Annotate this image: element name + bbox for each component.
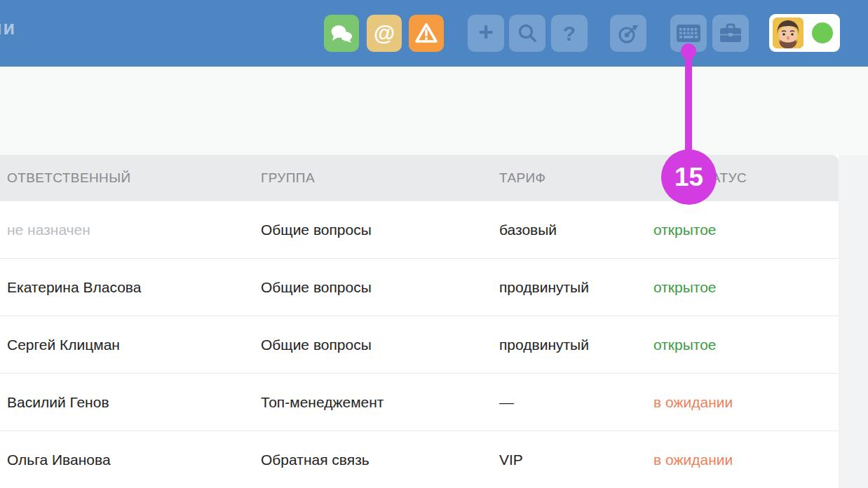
annotation-step-number: 15 (674, 163, 703, 192)
annotation-pointer-line (685, 43, 692, 161)
tariff-cell: продвинутый (499, 259, 589, 316)
annotation-step-badge[interactable]: 15 (661, 149, 717, 205)
group-cell: Обратная связь (261, 431, 369, 488)
at-icon: @ (374, 21, 395, 46)
create-ticket-button[interactable]: + (468, 15, 504, 52)
tariff-cell: продвинутый (499, 316, 589, 373)
status-cell: открытое (653, 259, 717, 316)
toolbar: сортировать по: времени последнего ответ… (0, 67, 868, 155)
assignee-cell: Ольга Иванова (7, 431, 111, 488)
help-button[interactable]: ? (551, 15, 588, 52)
online-status-dot (812, 22, 833, 43)
table-row[interactable]: Екатерина ВласоваОбщие вопросыпродвинуты… (0, 259, 839, 316)
column-header[interactable]: ТАРИФ (499, 155, 545, 201)
question-icon: ? (563, 22, 576, 46)
plus-icon: + (478, 18, 494, 47)
target-icon (617, 22, 639, 45)
apps-button[interactable] (712, 15, 749, 52)
group-cell: Общие вопросы (261, 259, 372, 316)
tariff-cell: — (499, 374, 514, 431)
chat-bubbles-icon (330, 24, 353, 43)
goals-button[interactable] (610, 15, 646, 52)
tariff-cell: базовый (499, 201, 557, 258)
user-menu[interactable] (769, 14, 840, 52)
table-row[interactable]: Василий ГеновТоп-менеджемент—в ожидании (0, 374, 839, 431)
keyboard-icon (676, 24, 701, 43)
table-body: не назначенОбщие вопросыбазовыйоткрытоеЕ… (0, 201, 839, 488)
column-header[interactable]: ГРУППА (261, 155, 315, 201)
topbar: ии @ + (0, 0, 868, 67)
table-row[interactable]: Ольга ИвановаОбратная связьVIPв ожидании (0, 431, 839, 488)
annotation-pointer-cap (681, 43, 696, 59)
page-title: ии (0, 18, 16, 39)
status-cell: в ожидании (653, 374, 733, 431)
group-cell: Топ-менеджемент (261, 374, 384, 431)
assignee-cell: Сергей Клицман (7, 316, 120, 373)
warning-triangle-icon (414, 22, 438, 44)
chat-button[interactable] (324, 15, 359, 52)
mentions-button[interactable]: @ (367, 15, 402, 52)
assignee-cell: Екатерина Власова (7, 259, 141, 316)
page-background (839, 155, 868, 488)
status-cell: открытое (653, 201, 717, 258)
column-header[interactable]: ОТВЕТСТВЕННЫЙ (7, 155, 131, 201)
search-button[interactable] (509, 15, 545, 52)
status-cell: в ожидании (653, 431, 733, 488)
assignee-cell: Василий Генов (7, 374, 109, 431)
search-icon (517, 23, 538, 44)
briefcase-icon (719, 22, 742, 44)
assignee-cell: не назначен (7, 201, 90, 258)
group-cell: Общие вопросы (261, 201, 372, 258)
alerts-button[interactable] (409, 15, 444, 52)
avatar (773, 18, 803, 48)
group-cell: Общие вопросы (261, 316, 372, 373)
table-row[interactable]: Сергей КлицманОбщие вопросыпродвинутыйот… (0, 316, 839, 374)
tariff-cell: VIP (499, 431, 523, 488)
table-row[interactable]: не назначенОбщие вопросыбазовыйоткрытое (0, 201, 839, 259)
status-cell: открытое (653, 316, 717, 373)
tickets-table: ОТВЕТСТВЕННЫЙГРУППАТАРИФСТАТУС не назнач… (0, 155, 839, 488)
